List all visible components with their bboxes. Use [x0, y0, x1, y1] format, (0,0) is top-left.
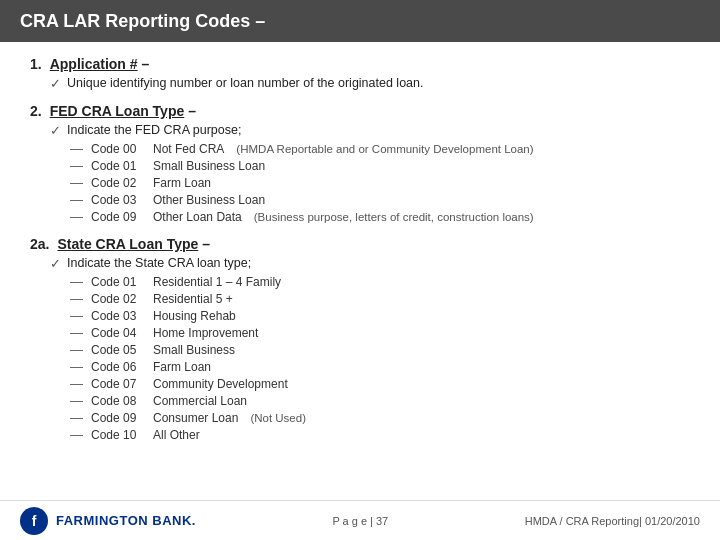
section-2-title: 2. FED CRA Loan Type – — [30, 103, 690, 119]
dash-icon: — — [70, 308, 83, 323]
code-label: Code 03 — [91, 309, 153, 323]
code-label: Code 02 — [91, 292, 153, 306]
dash-icon: — — [70, 158, 83, 173]
list-item: — Code 05 Small Business — [70, 342, 690, 357]
section-2-check: ✓ Indicate the FED CRA purpose; — [50, 123, 690, 138]
section-2-heading: FED CRA Loan Type — [50, 103, 185, 119]
dash-icon: — — [70, 376, 83, 391]
list-item: — Code 01 Small Business Loan — [70, 158, 690, 173]
list-item: — Code 10 All Other — [70, 427, 690, 442]
code-desc: Not Fed CRA — [153, 142, 224, 156]
code-label: Code 03 — [91, 193, 153, 207]
footer-page: P a g e | 37 — [332, 515, 388, 527]
dash-icon: — — [70, 209, 83, 224]
dash-icon: — — [70, 427, 83, 442]
section-1-title: 1. Application # – — [30, 56, 690, 72]
code-desc: Other Business Loan — [153, 193, 265, 207]
list-item: — Code 06 Farm Loan — [70, 359, 690, 374]
checkmark-2: ✓ — [50, 123, 61, 138]
code-desc: Other Loan Data — [153, 210, 242, 224]
header-title: CRA LAR Reporting Codes – — [20, 11, 265, 32]
list-item: — Code 03 Housing Rehab — [70, 308, 690, 323]
code-label: Code 05 — [91, 343, 153, 357]
code-label: Code 00 — [91, 142, 153, 156]
code-desc: Farm Loan — [153, 360, 211, 374]
list-item: — Code 00 Not Fed CRA (HMDA Reportable a… — [70, 141, 690, 156]
code-desc: Small Business — [153, 343, 235, 357]
section-2-check-text: Indicate the FED CRA purpose; — [67, 123, 241, 137]
footer: f FARMINGTON BANK. P a g e | 37 HMDA / C… — [0, 500, 720, 540]
dash-icon: — — [70, 325, 83, 340]
code-label: Code 09 — [91, 210, 153, 224]
list-item: — Code 07 Community Development — [70, 376, 690, 391]
code-desc: Residential 1 – 4 Family — [153, 275, 281, 289]
list-item: — Code 03 Other Business Loan — [70, 192, 690, 207]
list-item: — Code 01 Residential 1 – 4 Family — [70, 274, 690, 289]
section-1: 1. Application # – ✓ Unique identifying … — [30, 56, 690, 91]
section-1-heading: Application # — [50, 56, 138, 72]
code-desc: Small Business Loan — [153, 159, 265, 173]
dash-icon: — — [70, 175, 83, 190]
list-item: — Code 02 Farm Loan — [70, 175, 690, 190]
code-label: Code 01 — [91, 275, 153, 289]
code-label: Code 07 — [91, 377, 153, 391]
section-2-code-list: — Code 00 Not Fed CRA (HMDA Reportable a… — [70, 141, 690, 224]
code-note: (Not Used) — [250, 412, 306, 424]
code-desc: Community Development — [153, 377, 288, 391]
code-desc: All Other — [153, 428, 200, 442]
dash-icon: — — [70, 192, 83, 207]
section-1-check: ✓ Unique identifying number or loan numb… — [50, 76, 690, 91]
code-desc: Commercial Loan — [153, 394, 247, 408]
code-note: (Business purpose, letters of credit, co… — [254, 211, 534, 223]
list-item: — Code 09 Other Loan Data (Business purp… — [70, 209, 690, 224]
code-label: Code 02 — [91, 176, 153, 190]
dash-icon: — — [70, 410, 83, 425]
logo-text: FARMINGTON BANK. — [56, 513, 196, 528]
list-item: — Code 02 Residential 5 + — [70, 291, 690, 306]
dash-icon: — — [70, 342, 83, 357]
code-desc: Home Improvement — [153, 326, 258, 340]
checkmark-1: ✓ — [50, 76, 61, 91]
section-2a-title: 2a. State CRA Loan Type – — [30, 236, 690, 252]
dash-icon: — — [70, 291, 83, 306]
checkmark-2a: ✓ — [50, 256, 61, 271]
section-2-number: 2. — [30, 103, 42, 119]
section-2a-heading: State CRA Loan Type — [57, 236, 198, 252]
dash-icon: — — [70, 274, 83, 289]
dash-icon: — — [70, 393, 83, 408]
section-1-number: 1. — [30, 56, 42, 72]
code-desc: Consumer Loan — [153, 411, 238, 425]
code-desc: Farm Loan — [153, 176, 211, 190]
code-label: Code 01 — [91, 159, 153, 173]
footer-logo: f FARMINGTON BANK. — [20, 507, 196, 535]
footer-right: HMDA / CRA Reporting| 01/20/2010 — [525, 515, 700, 527]
section-2a-check-text: Indicate the State CRA loan type; — [67, 256, 251, 270]
code-label: Code 09 — [91, 411, 153, 425]
code-label: Code 08 — [91, 394, 153, 408]
section-2a-check: ✓ Indicate the State CRA loan type; — [50, 256, 690, 271]
section-2a-code-list: — Code 01 Residential 1 – 4 Family — Cod… — [70, 274, 690, 442]
code-label: Code 06 — [91, 360, 153, 374]
section-2a-number: 2a. — [30, 236, 49, 252]
code-desc: Housing Rehab — [153, 309, 236, 323]
code-label: Code 04 — [91, 326, 153, 340]
main-content: 1. Application # – ✓ Unique identifying … — [0, 42, 720, 464]
code-note: (HMDA Reportable and or Community Develo… — [236, 143, 533, 155]
section-1-check-text: Unique identifying number or loan number… — [67, 76, 423, 90]
dash-icon: — — [70, 141, 83, 156]
code-desc: Residential 5 + — [153, 292, 233, 306]
section-2a: 2a. State CRA Loan Type – ✓ Indicate the… — [30, 236, 690, 442]
list-item: — Code 09 Consumer Loan (Not Used) — [70, 410, 690, 425]
list-item: — Code 08 Commercial Loan — [70, 393, 690, 408]
section-2: 2. FED CRA Loan Type – ✓ Indicate the FE… — [30, 103, 690, 224]
logo-icon: f — [20, 507, 48, 535]
code-label: Code 10 — [91, 428, 153, 442]
header-bar: CRA LAR Reporting Codes – — [0, 0, 720, 42]
dash-icon: — — [70, 359, 83, 374]
list-item: — Code 04 Home Improvement — [70, 325, 690, 340]
